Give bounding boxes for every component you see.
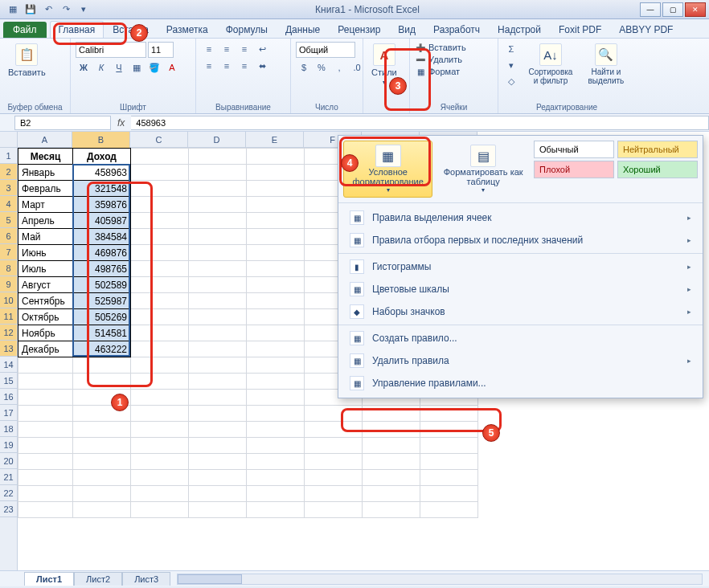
tab-formulas[interactable]: Формулы [217, 21, 277, 38]
cell-D19[interactable] [189, 438, 247, 454]
cell-C6[interactable] [131, 229, 189, 245]
cell-E2[interactable] [247, 165, 305, 181]
cell-A5[interactable]: Апрель [18, 213, 73, 229]
cell-E16[interactable] [247, 390, 305, 406]
cell-D20[interactable] [189, 454, 247, 470]
cell-A7[interactable]: Июнь [18, 245, 73, 261]
cell-D8[interactable] [189, 261, 247, 277]
cell-H21[interactable] [420, 470, 478, 486]
cell-B9[interactable]: 502589 [73, 277, 131, 293]
row-header-15[interactable]: 15 [0, 373, 17, 389]
cell-E17[interactable] [247, 406, 305, 422]
cell-D17[interactable] [189, 406, 247, 422]
cell-C5[interactable] [131, 213, 189, 229]
cell-A8[interactable]: Июль [18, 261, 73, 277]
align-left-button[interactable]: ≡ [201, 59, 217, 73]
cell-A3[interactable]: Февраль [18, 181, 73, 197]
cell-E3[interactable] [247, 181, 305, 197]
cell-A17[interactable] [18, 406, 73, 422]
font-size-input[interactable] [148, 42, 174, 58]
row-header-11[interactable]: 11 [0, 308, 17, 325]
inc-dec-button[interactable]: .0 [349, 60, 365, 75]
cell-D10[interactable] [189, 293, 247, 309]
row-header-18[interactable]: 18 [0, 421, 17, 437]
cell-G18[interactable] [363, 422, 420, 438]
cell-B21[interactable] [73, 470, 131, 486]
cell-H17[interactable] [420, 406, 478, 422]
tab-developer[interactable]: Разработч [424, 21, 489, 38]
tab-view[interactable]: Вид [389, 21, 424, 38]
cell-A16[interactable] [18, 390, 73, 406]
cell-D18[interactable] [189, 422, 247, 438]
cell-D5[interactable] [189, 213, 247, 229]
cell-E4[interactable] [247, 197, 305, 213]
cell-C11[interactable] [131, 309, 189, 325]
cell-A22[interactable] [18, 486, 73, 502]
scroll-thumb[interactable] [178, 574, 242, 584]
tab-layout[interactable]: Разметка [158, 21, 217, 38]
cell-D1[interactable] [189, 149, 247, 165]
tab-review[interactable]: Рецензир [329, 21, 389, 38]
comma-button[interactable]: , [331, 60, 347, 75]
sheet-tab-2[interactable]: Лист2 [74, 572, 122, 586]
cell-D12[interactable] [189, 325, 247, 341]
menu-new-rule[interactable]: ▦Создать правило... [338, 327, 703, 349]
cell-C13[interactable] [131, 341, 189, 357]
font-name-input[interactable] [76, 42, 146, 58]
underline-button[interactable]: Ч [111, 60, 127, 75]
cells-format-button[interactable]: ▦Формат [415, 66, 466, 77]
cell-E15[interactable] [247, 374, 305, 390]
file-tab[interactable]: Файл [3, 22, 47, 38]
cell-E5[interactable] [247, 213, 305, 229]
bold-button[interactable]: Ж [76, 60, 92, 75]
cell-B1[interactable]: Доход [73, 149, 131, 165]
cell-F21[interactable] [305, 470, 363, 486]
cell-E18[interactable] [247, 422, 305, 438]
cell-C8[interactable] [131, 261, 189, 277]
merge-button[interactable]: ⬌ [254, 59, 270, 73]
cell-A15[interactable] [18, 374, 73, 390]
cell-E11[interactable] [247, 309, 305, 325]
cell-A12[interactable]: Ноябрь [18, 325, 73, 341]
cell-F20[interactable] [305, 454, 363, 470]
cell-H19[interactable] [420, 438, 478, 454]
cell-G20[interactable] [363, 454, 420, 470]
row-header-13[interactable]: 13 [0, 341, 17, 357]
cell-A10[interactable]: Сентябрь [18, 293, 73, 309]
row-header-6[interactable]: 6 [0, 228, 17, 244]
menu-iconsets[interactable]: ◆Наборы значков▸ [338, 300, 703, 323]
cell-C20[interactable] [131, 454, 189, 470]
cell-D22[interactable] [189, 486, 247, 502]
cell-C9[interactable] [131, 277, 189, 293]
style-good[interactable]: Хороший [617, 161, 698, 178]
cell-F22[interactable] [305, 486, 363, 502]
menu-colorscales[interactable]: ▦Цветовые шкалы▸ [338, 278, 703, 300]
wrap-button[interactable]: ↩ [254, 42, 270, 56]
cell-B12[interactable]: 514581 [73, 325, 131, 341]
cell-E7[interactable] [247, 245, 305, 261]
name-box[interactable]: B2 [14, 116, 111, 130]
cells-delete-button[interactable]: ➖Удалить [415, 54, 466, 65]
cell-B23[interactable] [73, 502, 131, 518]
row-header-21[interactable]: 21 [0, 469, 17, 485]
cell-G23[interactable] [363, 502, 420, 518]
row-header-5[interactable]: 5 [0, 212, 17, 228]
row-header-23[interactable]: 23 [0, 501, 17, 517]
fx-icon[interactable]: fx [117, 117, 125, 129]
border-button[interactable]: ▦ [129, 60, 145, 75]
cell-B4[interactable]: 359876 [73, 197, 131, 213]
cell-B15[interactable] [73, 374, 131, 390]
align-top-button[interactable]: ≡ [201, 42, 217, 56]
cells-insert-button[interactable]: ➕Вставить [415, 42, 466, 53]
cell-E8[interactable] [247, 261, 305, 277]
cell-D16[interactable] [189, 390, 247, 406]
tab-data[interactable]: Данные [277, 21, 329, 38]
row-header-19[interactable]: 19 [0, 437, 17, 453]
tab-home[interactable]: Главная [50, 21, 105, 38]
conditional-formatting-button[interactable]: ▦ Условное форматирование▾ [343, 141, 432, 198]
italic-button[interactable]: К [93, 60, 109, 75]
cell-D21[interactable] [189, 470, 247, 486]
row-header-20[interactable]: 20 [0, 453, 17, 469]
cell-G21[interactable] [363, 470, 420, 486]
cell-B19[interactable] [73, 438, 131, 454]
